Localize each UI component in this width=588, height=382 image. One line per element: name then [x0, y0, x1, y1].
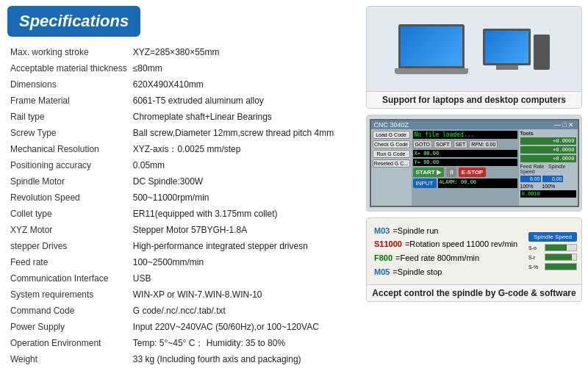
spec-row-11: XYZ MotorStepper Motor 57BYGH-1.8A	[7, 222, 353, 238]
monitor-group	[483, 29, 531, 70]
m03-code: M03	[374, 224, 390, 238]
cnc-feed-pct: 100%	[520, 184, 534, 189]
spec-row-19: Weight33 kg (Including fourth axis and p…	[7, 351, 353, 367]
cnc-start-button[interactable]: START ▶	[413, 167, 444, 177]
cnc-ui: CNC 3040Z ― □ ✕ Load G Code Check G Code…	[370, 119, 579, 207]
spindle-image: M03 =Spindle run S11000 =Rotation speed …	[367, 218, 581, 284]
cnc-spindle-val: 0.00	[542, 176, 563, 182]
spec-value-19: 33 kg (Including fourth axis and packagi…	[130, 351, 353, 367]
left-panel: Specifications Max. working strokeXYZ=28…	[0, 0, 360, 382]
bar-row-1: S-o	[528, 244, 577, 251]
spec-row-3: Frame Material6061-T5 extruded aluminum …	[7, 93, 353, 109]
spec-label-1: Acceptable material thickness	[7, 60, 130, 76]
laptop-screen	[398, 24, 465, 68]
spec-value-9: 500~11000rpm/min	[130, 190, 353, 206]
bar-label-s: S-o	[528, 245, 543, 251]
laptop-base	[395, 68, 468, 74]
s11-code: S11000	[374, 237, 402, 251]
cnc-titlebar: CNC 3040Z ― □ ✕	[371, 120, 578, 129]
cnc-feed-label: Feed Rate Spindle Speed	[520, 164, 576, 174]
spec-row-17: Power SupplyInput 220V~240VAC (50/60Hz),…	[7, 319, 353, 335]
spec-label-9: Revolution Speed	[7, 190, 130, 206]
spindle-bars: Spindle Speed S-o S-r S-%	[527, 231, 578, 272]
set-btn[interactable]: SET	[453, 140, 468, 148]
spec-label-8: Spindle Motor	[7, 173, 130, 190]
cnc-input-button[interactable]: INPUT	[413, 179, 437, 188]
cnc-start-row: START ▶ ⏸ E-STOP	[413, 167, 517, 177]
cnc-btn-check[interactable]: Check G Code	[373, 140, 410, 148]
goto-btn[interactable]: GOTO	[413, 140, 432, 148]
spec-row-15: System requirementsWIN-XP or WIN-7.WIN-8…	[7, 286, 353, 303]
spec-value-13: 100~2500mm/min	[130, 254, 353, 270]
spec-value-5: Ball screw,Diameter 12mm,screw thread pi…	[130, 125, 353, 141]
spec-label-0: Max. working stroke	[7, 44, 130, 60]
spec-label-6: Mechanical Resolution	[7, 141, 130, 157]
m05-desc: =Spindle stop	[392, 265, 442, 279]
spec-label-2: Dimensions	[7, 76, 130, 93]
spec-row-6: Mechanical ResolutionXYZ-axis：0.0025 mm/…	[7, 141, 353, 157]
spec-value-14: USB	[130, 270, 353, 286]
specs-table: Max. working strokeXYZ=285×380×55mmAccep…	[7, 44, 353, 367]
spindle-line-3: F800 =Feed rate 800mm/min	[374, 251, 523, 265]
m03-desc: =Spindle run	[392, 224, 438, 238]
cnc-btn-run[interactable]: Run G Code	[373, 150, 410, 158]
cnc-feed-val: 6.00	[520, 176, 541, 182]
cnc-rate-row: 6.00 0.00	[520, 176, 576, 182]
cnc-val-2: +0.0000	[520, 146, 576, 154]
cnc-center: No file loaded... GOTO SOFT SET RPM: 0.0…	[412, 129, 519, 206]
soft-btn[interactable]: SOFT	[434, 140, 452, 148]
cnc-window-controls: ― □ ✕	[554, 121, 574, 129]
cnc-alarm: ALARM: 00.00	[438, 179, 517, 188]
s11-desc: =Rotation speed 11000 rev/min	[405, 237, 517, 251]
cnc-val-3: +0.0000	[520, 155, 576, 162]
spec-value-8: DC Spindle:300W	[130, 173, 353, 190]
spec-row-13: Feed rate100~2500mm/min	[7, 254, 353, 270]
spec-value-3: 6061-T5 extruded aluminum alloy	[130, 93, 353, 109]
spec-row-10: Collet typeER11(equipped with 3.175mm co…	[7, 206, 353, 222]
specs-title: Specifications	[7, 6, 140, 37]
cnc-pct-row: 100% 100%	[520, 184, 576, 189]
spec-label-5: Screw Type	[7, 125, 130, 141]
bar-label-r: S-r	[528, 255, 543, 260]
cnc-pause-btn[interactable]: ⏸	[446, 167, 456, 177]
f800-code: F800	[374, 251, 392, 265]
bar-s	[545, 244, 577, 251]
spec-label-18: Operation Environment	[7, 335, 130, 351]
spec-label-11: XYZ Motor	[7, 222, 130, 238]
spec-value-0: XYZ=285×380×55mm	[130, 44, 353, 60]
spec-row-8: Spindle MotorDC Spindle:300W	[7, 173, 353, 190]
laptop-screen-inner	[401, 26, 462, 66]
spec-value-17: Input 220V~240VAC (50/60Hz),or 100~120VA…	[130, 319, 353, 335]
cnc-btn-reset[interactable]: Reseted G C...	[373, 159, 410, 167]
spec-row-0: Max. working strokeXYZ=285×380×55mm	[7, 44, 353, 60]
bar-row-3: S-%	[528, 263, 577, 270]
cnc-controls-row: GOTO SOFT SET RPM: 0.00	[413, 140, 517, 148]
spec-row-12: stepper DrivesHigh-performance integrate…	[7, 238, 353, 254]
spec-value-6: XYZ-axis：0.0025 mm/step	[130, 141, 353, 157]
cnc-display: No file loaded...	[413, 131, 517, 139]
spec-value-18: Temp: 5°~45° C； Humidity: 35 to 80%	[130, 335, 353, 351]
spindle-speed-label: Spindle Speed	[528, 232, 577, 242]
cnc-btn-load[interactable]: Load G Code	[373, 131, 410, 139]
spec-value-10: ER11(equipped with 3.175mm collet)	[130, 206, 353, 222]
spec-value-4: Chromeplate shaft+Linear Bearings	[130, 109, 353, 125]
spec-row-5: Screw TypeBall screw,Diameter 12mm,screw…	[7, 125, 353, 141]
cnc-stop-button[interactable]: E-STOP	[459, 167, 487, 177]
laptop-visual	[398, 24, 468, 74]
spec-label-13: Feed rate	[7, 254, 130, 270]
cnc-bottom-row: INPUT ALARM: 00.00	[413, 179, 517, 188]
spec-row-4: Rail typeChromeplate shaft+Linear Bearin…	[7, 109, 353, 125]
desktop-monitor	[483, 29, 531, 65]
computers-caption: Support for laptops and desktop computer…	[367, 91, 581, 108]
cnc-small-val: 0.0010	[520, 190, 576, 198]
cnc-left: Load G Code Check G Code Run G Code Rese…	[371, 129, 412, 206]
spec-row-18: Operation EnvironmentTemp: 5°~45° C； Hum…	[7, 335, 353, 351]
rpm-btn[interactable]: RPM: 0.00	[469, 140, 498, 148]
cnc-val-1: +0.0000	[520, 137, 576, 145]
computers-image	[367, 7, 581, 91]
monitor-inner	[485, 31, 528, 63]
cnc-title-text: CNC 3040Z	[374, 121, 409, 129]
bar-p-fill	[545, 264, 576, 270]
monitor-stand	[496, 65, 518, 70]
spec-label-3: Frame Material	[7, 93, 130, 109]
